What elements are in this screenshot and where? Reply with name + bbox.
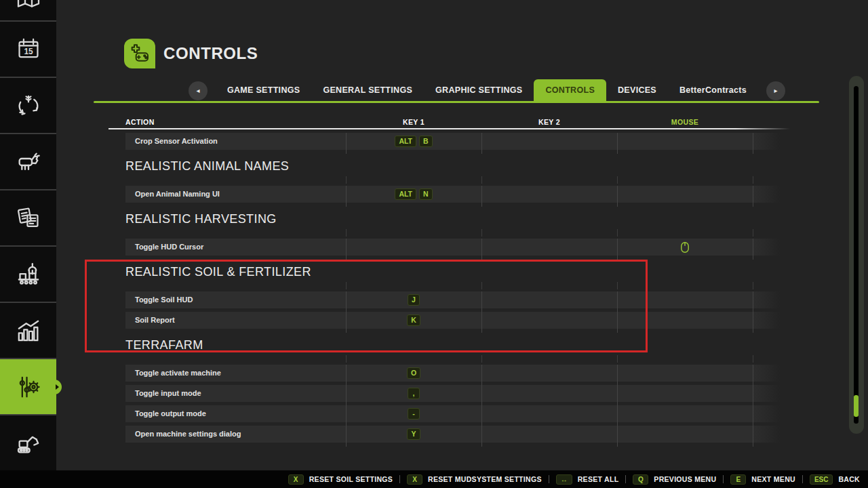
sidebar-item-statistics[interactable] <box>0 302 56 358</box>
reset-soil-settings-label: RESET SOIL SETTINGS <box>309 475 393 483</box>
x-key-badge: X <box>288 474 304 485</box>
reset-mudsystem-settings-button[interactable]: X RESET MUDSYSTEM SETTINGS <box>407 474 542 485</box>
separator <box>549 475 549 483</box>
bottom-bar: X RESET SOIL SETTINGS X RESET MUDSYSTEM … <box>0 470 868 488</box>
column-divider <box>481 186 482 207</box>
key-badge: ALT <box>395 188 416 200</box>
sidebar-item-production[interactable] <box>0 245 56 302</box>
scrollbar <box>849 76 864 434</box>
previous-menu-label: PREVIOUS MENU <box>654 475 716 483</box>
sidebar-item-crop-rotation[interactable] <box>0 77 56 133</box>
key-badge: O <box>407 367 420 379</box>
column-tick <box>617 176 618 184</box>
tab-underline <box>94 101 819 103</box>
column-divider <box>617 186 618 207</box>
column-header-mouse: MOUSE <box>617 118 753 126</box>
column-divider <box>753 133 753 154</box>
column-divider <box>617 365 618 386</box>
section-title: REALISTIC HARVESTING <box>125 212 793 227</box>
reset-all-label: RESET ALL <box>578 475 619 483</box>
column-tick <box>753 282 753 289</box>
reset-soil-settings-button[interactable]: X RESET SOIL SETTINGS <box>288 474 393 485</box>
active-item-arrow <box>56 384 59 390</box>
column-header-key2: KEY 2 <box>481 118 617 126</box>
sidebar-item-map[interactable] <box>0 0 56 20</box>
back-button[interactable]: ESC BACK <box>810 474 860 485</box>
action-label: Toggle input mode <box>135 385 201 402</box>
sidebar: 15 <box>0 0 56 470</box>
contracts-icon <box>16 205 41 231</box>
column-divider <box>617 385 618 406</box>
sidebar-item-calendar[interactable]: 15 <box>0 20 56 77</box>
gamepad-icon <box>129 43 151 64</box>
calendar-day-label: 15 <box>24 47 33 56</box>
previous-menu-button[interactable]: Q PREVIOUS MENU <box>633 474 716 485</box>
key-cell: ALTN <box>346 186 481 203</box>
tab-game-settings[interactable]: GAME SETTINGS <box>216 79 311 102</box>
keybind-row[interactable]: Open Animal Naming UIALTN <box>125 186 793 203</box>
key-cell <box>617 239 753 256</box>
column-tick <box>481 355 482 363</box>
production-icon <box>15 261 42 288</box>
keybind-row[interactable]: Crop Sensor ActivationALTB <box>125 133 793 150</box>
column-header-key1: KEY 1 <box>346 118 481 126</box>
next-menu-button[interactable]: E NEXT MENU <box>730 474 795 485</box>
separator <box>625 475 626 483</box>
scrollbar-track[interactable] <box>854 86 859 424</box>
key-cell: - <box>346 405 481 422</box>
keybind-row[interactable]: Toggle HUD Cursor <box>125 239 793 256</box>
keybind-row[interactable]: Toggle activate machineO <box>125 365 793 382</box>
e-key-badge: E <box>730 474 746 485</box>
calendar-icon: 15 <box>16 37 41 62</box>
column-divider <box>481 385 482 406</box>
x-key-badge: X <box>407 474 422 485</box>
tab-devices[interactable]: DEVICES <box>606 79 668 102</box>
separator <box>399 475 400 483</box>
column-tick <box>481 176 482 184</box>
animals-icon <box>15 148 42 176</box>
tabs-prev-button[interactable]: ◂ <box>189 81 208 100</box>
action-label: Toggle output mode <box>135 405 206 422</box>
double-arrow-key-badge: ↔ <box>556 474 572 485</box>
separator <box>802 475 803 483</box>
reset-mudsystem-settings-label: RESET MUDSYSTEM SETTINGS <box>428 475 542 483</box>
column-divider <box>753 312 753 333</box>
column-tick <box>617 229 618 237</box>
action-label: Toggle activate machine <box>135 365 221 382</box>
action-label: Open Animal Naming UI <box>135 186 220 203</box>
tab-bettercontracts[interactable]: BetterContracts <box>668 79 758 102</box>
tab-graphic-settings[interactable]: GRAPHIC SETTINGS <box>424 79 534 102</box>
reset-all-button[interactable]: ↔ RESET ALL <box>556 474 619 485</box>
sidebar-item-settings[interactable] <box>0 358 56 414</box>
sidebar-item-contracts[interactable] <box>0 189 56 245</box>
column-divider <box>753 239 753 260</box>
column-tick <box>753 229 753 237</box>
column-tick <box>346 176 347 184</box>
action-label: Toggle HUD Cursor <box>135 239 203 256</box>
tab-strip: ◂ GAME SETTINGS GENERAL SETTINGS GRAPHIC… <box>180 79 793 102</box>
key-badge: , <box>408 388 420 399</box>
column-divider <box>481 365 482 386</box>
tabs-next-button[interactable]: ▸ <box>766 81 785 100</box>
crop-rotation-icon <box>16 93 41 119</box>
keybind-row[interactable]: Open machine settings dialogY <box>125 426 793 443</box>
column-divider <box>753 385 753 406</box>
tab-general-settings[interactable]: GENERAL SETTINGS <box>311 79 424 102</box>
key-badge: - <box>408 408 420 420</box>
column-divider <box>753 405 753 426</box>
column-divider <box>481 239 482 260</box>
key-badge: Y <box>407 428 420 440</box>
column-divider <box>617 133 618 154</box>
column-tick <box>346 229 347 237</box>
keybind-row[interactable]: Toggle input mode, <box>125 385 793 402</box>
column-header-action: ACTION <box>125 118 155 126</box>
tab-controls[interactable]: CONTROLS <box>534 79 606 102</box>
keybind-row[interactable]: Toggle output mode- <box>125 405 793 422</box>
column-tick <box>617 355 618 363</box>
esc-key-badge: ESC <box>810 474 833 485</box>
sidebar-item-construction[interactable] <box>0 414 56 470</box>
column-divider <box>617 405 618 426</box>
highlight-rectangle <box>85 260 648 352</box>
sidebar-item-animals[interactable] <box>0 133 56 189</box>
scrollbar-thumb[interactable] <box>854 395 859 417</box>
